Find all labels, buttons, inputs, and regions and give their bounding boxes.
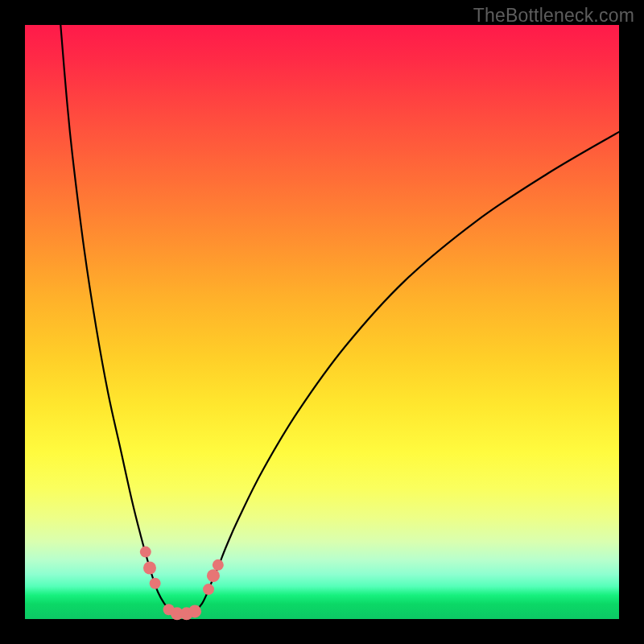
data-marker: [150, 578, 161, 589]
curve-group: [60, 25, 619, 614]
data-marker: [143, 562, 156, 575]
curve-left: [60, 25, 188, 614]
data-marker: [188, 605, 201, 617]
watermark-text: TheBottleneck.com: [473, 5, 634, 27]
curve-right: [188, 132, 619, 614]
data-marker: [203, 584, 214, 595]
data-marker: [213, 559, 224, 571]
data-marker: [207, 569, 220, 582]
data-marker: [140, 547, 151, 558]
outer-frame: TheBottleneck.com: [0, 0, 644, 644]
chart-svg: [25, 25, 619, 619]
